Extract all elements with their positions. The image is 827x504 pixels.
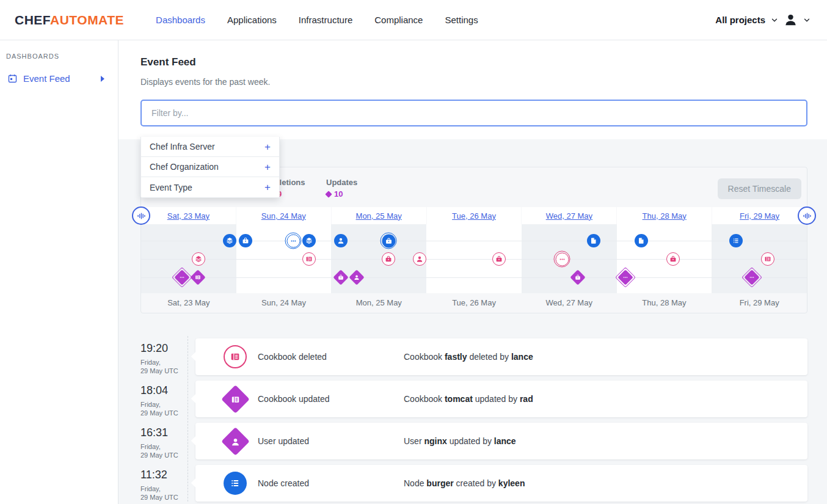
day-link[interactable]: Wed, 27 May: [546, 211, 592, 221]
dropdown-item-chef-organization[interactable]: Chef Organization+: [141, 157, 279, 177]
update-diamond: [333, 269, 348, 285]
timeline-event-delete-person[interactable]: [413, 252, 426, 266]
timeline-event-delete-dots[interactable]: [554, 251, 570, 268]
delete-circle-icon: [224, 345, 247, 368]
day-link[interactable]: Mon, 25 May: [356, 211, 402, 221]
user-menu-chevron-icon[interactable]: [803, 16, 811, 24]
create-circle: [223, 234, 236, 247]
nav-item-dashboards[interactable]: Dashboards: [145, 9, 216, 31]
page-subtitle: Displays events for the past week.: [140, 77, 807, 87]
reset-timescale-button[interactable]: Reset Timescale: [718, 178, 801, 199]
event-list-item: 18:04Friday,29 May UTCCookbook updatedCo…: [140, 381, 807, 417]
main-nav: DashboardsApplicationsInfrastructureComp…: [145, 9, 489, 31]
timeline-event-create-layers[interactable]: [302, 234, 316, 247]
nav-item-applications[interactable]: Applications: [216, 9, 288, 31]
axis-day-label: Sun, 24 May: [236, 298, 332, 307]
timeline-event-update-cookbook[interactable]: [192, 272, 203, 283]
person-icon: [415, 255, 424, 263]
day-link[interactable]: Fri, 29 May: [740, 211, 779, 221]
chevron-down-icon[interactable]: [770, 16, 779, 24]
event-date: 29 May UTC: [140, 409, 195, 417]
timeline-event-update-bag[interactable]: [335, 272, 346, 283]
timeline-event-delete-bag[interactable]: [666, 252, 680, 266]
nav-item-settings[interactable]: Settings: [434, 9, 489, 31]
event-description-part: tomcat: [445, 394, 473, 404]
dropdown-item-event-type[interactable]: Event Type+: [141, 177, 279, 197]
event-card: Cookbook updatedCookbook tomcat updated …: [195, 381, 807, 417]
timeline-event-delete-cookbook[interactable]: [302, 252, 316, 266]
event-time: 11:32: [140, 469, 195, 481]
node-icon: [637, 236, 646, 245]
timeline-event-delete-bag[interactable]: [382, 252, 395, 266]
nav-item-infrastructure[interactable]: Infrastructure: [288, 9, 363, 31]
event-description-part: kyleen: [498, 478, 525, 488]
person-icon: [230, 436, 241, 447]
timeline-event-delete-cookbook[interactable]: [761, 252, 774, 266]
user-avatar-icon[interactable]: [784, 13, 798, 27]
event-description-part: User: [404, 436, 424, 446]
dropdown-item-label: Chef Infra Server: [150, 142, 215, 152]
day-link[interactable]: Thu, 28 May: [643, 211, 687, 221]
day-header-cell: Tue, 26 May: [427, 207, 522, 224]
timeline-event-create-person[interactable]: [334, 234, 348, 247]
filter-input[interactable]: [140, 100, 807, 126]
cookbook-icon: [194, 274, 202, 281]
delete-circle: [413, 252, 426, 266]
day-link[interactable]: Sun, 24 May: [261, 211, 306, 221]
event-list-item: 19:20Friday,29 May UTCCookbook deletedCo…: [140, 338, 807, 375]
person-icon: [353, 274, 360, 281]
event-card: User updatedUser nginx updated by lance: [195, 423, 807, 459]
timeline-event-update-person[interactable]: [351, 272, 362, 283]
event-time-block: 18:04Friday,29 May UTC: [140, 381, 195, 417]
nav-item-compliance[interactable]: Compliance: [363, 9, 434, 31]
create-circle-ring: [381, 233, 397, 249]
list-icon: [732, 236, 740, 245]
timeline-event-create-list[interactable]: [729, 234, 743, 247]
sidebar-item-event-feed[interactable]: Event Feed: [6, 71, 112, 86]
event-icon: [221, 345, 249, 368]
timeline-event-update-dots[interactable]: [618, 270, 633, 285]
update-diamond-ring: [741, 267, 762, 288]
event-description-part: lance: [494, 436, 516, 446]
event-icon: [221, 431, 249, 451]
timeline-event-update-dots[interactable]: [745, 270, 759, 285]
timeline-event-update-bag[interactable]: [572, 272, 583, 283]
cookbook-icon: [229, 351, 241, 363]
timescale-right-handle[interactable]: [798, 206, 816, 225]
create-circle: [286, 234, 300, 247]
update-diamond-icon: [221, 385, 250, 414]
timeline-event-delete-layers[interactable]: [192, 252, 205, 266]
event-time-block: 19:20Friday,29 May UTC: [140, 338, 195, 375]
create-circle: [635, 234, 648, 247]
add-filter-plus-icon[interactable]: +: [264, 182, 271, 192]
timescale-left-handle[interactable]: [132, 206, 150, 225]
timeline-event-update-dots[interactable]: [175, 270, 189, 285]
layers-icon: [305, 236, 313, 245]
axis-day-label: Sat, 23 May: [141, 298, 236, 307]
timeline-event-create-node[interactable]: [587, 234, 600, 247]
add-filter-plus-icon[interactable]: +: [264, 142, 271, 152]
logo-automate-text: AUTOMATE: [50, 13, 124, 27]
expand-arrow-icon[interactable]: [101, 76, 104, 82]
add-filter-plus-icon[interactable]: +: [264, 162, 271, 172]
timeline-event-create-bag[interactable]: [239, 234, 252, 247]
delete-circle: [302, 252, 316, 266]
timeline-event-create-dots[interactable]: [285, 233, 302, 249]
timeline-event-create-layers[interactable]: [223, 234, 236, 247]
event-description-part: Cookbook: [404, 394, 445, 404]
event-card: Node createdNode burger created by kylee…: [195, 465, 807, 502]
event-description-part: deleted by: [467, 352, 511, 362]
timeline-event-create-node[interactable]: [635, 234, 648, 247]
event-weekday: Friday,: [140, 359, 195, 367]
timeline-event-create-bag[interactable]: [381, 233, 397, 249]
day-link[interactable]: Sat, 23 May: [167, 211, 209, 221]
cookbook-icon: [305, 255, 313, 263]
dropdown-item-chef-infra-server[interactable]: Chef Infra Server+: [141, 137, 279, 157]
day-link[interactable]: Tue, 26 May: [452, 211, 496, 221]
event-weekday: Friday,: [140, 485, 195, 493]
timeline-event-delete-bag[interactable]: [492, 252, 506, 266]
event-type-label: Cookbook deleted: [258, 352, 351, 362]
event-time: 19:20: [140, 342, 195, 355]
event-weekday: Friday,: [140, 401, 195, 409]
project-selector[interactable]: All projects: [715, 15, 765, 25]
